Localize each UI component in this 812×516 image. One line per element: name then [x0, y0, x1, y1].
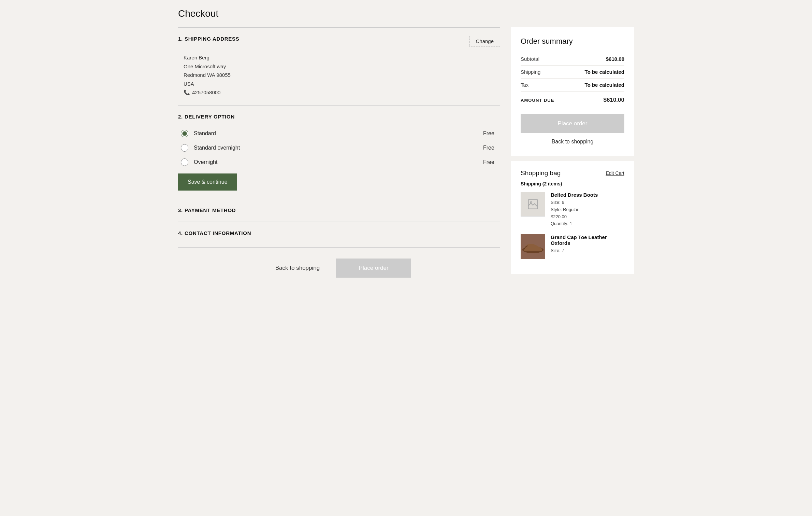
bag-item-boots: Belted Dress Boots Size: 6 Style: Regula… — [521, 192, 624, 227]
edit-cart-button[interactable]: Edit Cart — [606, 170, 624, 176]
back-to-shopping-bottom[interactable]: Back to shopping — [267, 259, 328, 277]
delivery-options-list: Standard Free Standard overnight Free Ov… — [178, 126, 500, 169]
order-summary-title: Order summary — [521, 37, 624, 46]
bag-item-size-oxfords: Size: 7 — [551, 247, 624, 254]
delivery-price-standard-overnight: Free — [483, 145, 500, 151]
image-placeholder-icon — [527, 198, 539, 210]
amount-due-value: $610.00 — [604, 97, 624, 103]
shopping-bag-card: Shopping bag Edit Cart Shipping (2 items… — [511, 161, 634, 274]
back-to-shopping-summary[interactable]: Back to shopping — [521, 139, 624, 145]
delivery-label-standard-overnight[interactable]: Standard overnight — [194, 145, 478, 151]
summary-label-tax: Tax — [521, 82, 528, 88]
change-address-button[interactable]: Change — [469, 36, 500, 46]
bag-item-size-boots: Size: 6 — [551, 199, 624, 206]
shipping-items-label: Shipping (2 items) — [521, 181, 624, 186]
bag-item-image-boots — [521, 192, 545, 217]
svg-point-1 — [531, 202, 532, 204]
summary-value-shipping: To be calculated — [585, 69, 624, 75]
bag-item-image-oxfords — [521, 234, 545, 259]
order-summary-card: Order summary Subtotal $610.00 Shipping … — [511, 27, 634, 156]
summary-row-shipping: Shipping To be calculated — [521, 66, 624, 79]
phone-icon: 📞 — [184, 88, 190, 97]
address-street: One Microsoft way — [184, 62, 500, 71]
delivery-label-standard[interactable]: Standard — [194, 130, 478, 137]
bag-item-name-oxfords: Grand Cap Toe Leather Oxfords — [551, 234, 624, 246]
summary-label-shipping: Shipping — [521, 69, 540, 75]
bag-item-details-boots: Belted Dress Boots Size: 6 Style: Regula… — [551, 192, 624, 227]
shipping-section-title: 1. SHIPPING ADDRESS — [178, 36, 240, 42]
contact-section-title: 4. CONTACT INFORMATION — [178, 230, 251, 236]
address-name: Karen Berg — [184, 53, 500, 62]
summary-row-amount-due: AMOUNT DUE $610.00 — [521, 93, 624, 107]
address-city-state-zip: Redmond WA 98055 — [184, 71, 500, 80]
delivery-section-title: 2. DELIVERY OPTION — [178, 114, 235, 120]
bag-item-name-boots: Belted Dress Boots — [551, 192, 624, 198]
delivery-radio-standard[interactable] — [181, 130, 188, 137]
shopping-bag-title: Shopping bag — [521, 169, 561, 177]
bag-item-oxfords: Grand Cap Toe Leather Oxfords Size: 7 — [521, 234, 624, 259]
shoe-icon — [521, 238, 545, 255]
summary-label-subtotal: Subtotal — [521, 56, 539, 62]
shipping-section: 1. SHIPPING ADDRESS Change Karen Berg On… — [178, 27, 500, 105]
address-phone-number: 4257058000 — [192, 88, 220, 97]
bag-item-qty-boots: Quantity: 1 — [551, 220, 624, 227]
shopping-bag-header: Shopping bag Edit Cart — [521, 169, 624, 177]
summary-value-subtotal: $610.00 — [606, 56, 624, 62]
address-phone-row: 📞 4257058000 — [184, 88, 500, 97]
contact-section: 4. CONTACT INFORMATION — [178, 222, 500, 245]
place-order-button-bottom[interactable]: Place order — [336, 259, 411, 278]
delivery-option-standard: Standard Free — [181, 126, 500, 141]
page-title: Checkout — [178, 8, 634, 19]
checkout-right-column: Order summary Subtotal $610.00 Shipping … — [511, 27, 634, 274]
payment-section-title: 3. PAYMENT METHOD — [178, 207, 236, 213]
bag-item-details-oxfords: Grand Cap Toe Leather Oxfords Size: 7 — [551, 234, 624, 259]
summary-row-tax: Tax To be calculated — [521, 79, 624, 92]
amount-due-label: AMOUNT DUE — [521, 98, 554, 103]
delivery-price-overnight: Free — [483, 159, 500, 165]
place-order-button[interactable]: Place order — [521, 114, 624, 133]
summary-value-tax: To be calculated — [585, 82, 624, 88]
payment-section: 3. PAYMENT METHOD — [178, 199, 500, 222]
delivery-price-standard: Free — [483, 130, 500, 137]
bag-item-style-boots: Style: Regular — [551, 206, 624, 213]
shipping-address: Karen Berg One Microsoft way Redmond WA … — [178, 53, 500, 97]
delivery-label-overnight[interactable]: Overnight — [194, 159, 478, 165]
delivery-section: 2. DELIVERY OPTION Standard Free Standar… — [178, 105, 500, 199]
summary-row-subtotal: Subtotal $610.00 — [521, 53, 624, 66]
delivery-option-overnight: Overnight Free — [181, 155, 500, 169]
bag-item-info-boots: Size: 6 Style: Regular $220.00 Quantity:… — [551, 199, 624, 227]
address-country: USA — [184, 80, 500, 88]
checkout-left-column: 1. SHIPPING ADDRESS Change Karen Berg On… — [178, 27, 500, 278]
save-continue-button[interactable]: Save & continue — [178, 173, 237, 191]
delivery-option-standard-overnight: Standard overnight Free — [181, 141, 500, 155]
bag-item-price-boots: $220.00 — [551, 213, 624, 221]
bottom-actions: Back to shopping Place order — [178, 247, 500, 278]
bag-item-info-oxfords: Size: 7 — [551, 247, 624, 254]
delivery-radio-standard-overnight[interactable] — [181, 144, 188, 152]
delivery-radio-overnight[interactable] — [181, 158, 188, 166]
